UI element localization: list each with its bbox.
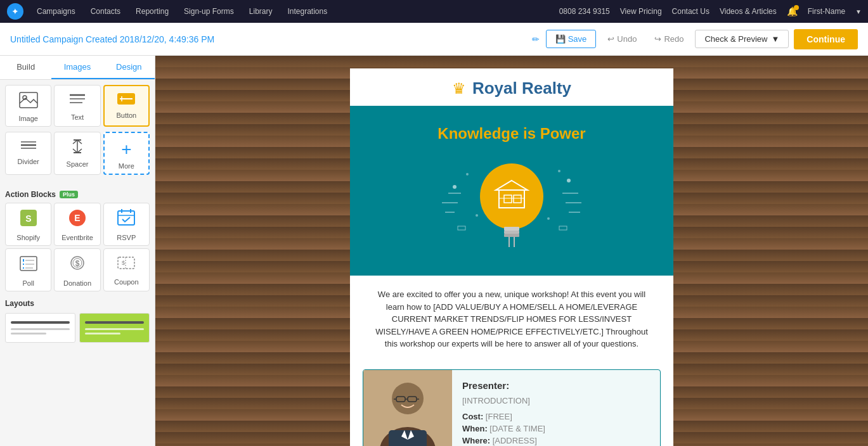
- layout-line: [11, 321, 70, 324]
- svg-rect-56: [504, 231, 519, 234]
- action-shopify[interactable]: S Shopify: [5, 203, 51, 246]
- more-block-icon: +: [121, 139, 131, 160]
- presenter-info: Presenter: [INTRODUCTION] Cost: [FREE] W…: [452, 370, 555, 447]
- layout-line: [85, 328, 144, 330]
- nav-reporting[interactable]: Reporting: [129, 4, 175, 18]
- layout-line: [85, 333, 120, 334]
- nav-integrations[interactable]: Integrations: [281, 4, 334, 18]
- action-eventbrite[interactable]: E Eventbrite: [54, 203, 100, 246]
- svg-rect-48: [559, 226, 567, 230]
- svg-point-40: [476, 214, 478, 217]
- tab-images[interactable]: Images: [51, 56, 103, 79]
- svg-point-36: [466, 173, 469, 175]
- action-poll[interactable]: Poll: [5, 248, 51, 291]
- presenter-label: Presenter:: [462, 380, 545, 391]
- wood-background: ♛ Royal Realty Knowledge is Power: [155, 56, 868, 446]
- undo-button[interactable]: ↩ Undo: [601, 30, 643, 48]
- presenter-intro: [INTRODUCTION]: [462, 396, 545, 405]
- basic-blocks-grid: Image Text: [5, 85, 150, 127]
- action-coupon[interactable]: $ Coupon: [103, 248, 150, 291]
- svg-rect-68: [389, 430, 427, 447]
- action-coupon-label: Coupon: [114, 278, 139, 286]
- save-button[interactable]: 💾 Save: [546, 30, 597, 48]
- continue-button[interactable]: Continue: [794, 29, 858, 49]
- svg-rect-41: [458, 226, 465, 230]
- main-layout: Build Images Design Image: [0, 56, 868, 446]
- crown-icon: ♛: [452, 80, 466, 98]
- coupon-icon: $: [117, 254, 136, 276]
- phone-number: 0808 234 9315: [559, 7, 610, 16]
- svg-text:S: S: [25, 213, 31, 224]
- block-divider-label: Divider: [18, 158, 39, 165]
- edit-title-icon[interactable]: ✏: [532, 34, 540, 44]
- panel-tabs: Build Images Design: [0, 56, 155, 80]
- svg-rect-55: [504, 227, 519, 231]
- save-icon: 💾: [555, 34, 566, 44]
- spacer-block-icon: [69, 139, 86, 158]
- nav-contact-us[interactable]: Contact Us: [672, 7, 709, 16]
- text-block-icon: [68, 92, 86, 111]
- hero-section: Knowledge is Power: [350, 106, 673, 276]
- divider-block-icon: [20, 139, 37, 155]
- action-blocks-grid: S Shopify E Eventbrite: [0, 203, 155, 296]
- rsvp-icon: [117, 208, 136, 231]
- nav-campaigns[interactable]: Campaigns: [30, 4, 82, 18]
- redo-icon: ↪: [654, 34, 661, 44]
- notification-bell-icon[interactable]: 🔔: [787, 6, 798, 16]
- action-eventbrite-label: Eventbrite: [62, 234, 93, 241]
- logo-icon[interactable]: ✦: [6, 3, 24, 20]
- layout-line: [85, 321, 144, 324]
- toolbar-actions: 💾 Save ↩ Undo ↪ Redo Check & Preview ▼ C…: [546, 29, 858, 49]
- svg-text:$: $: [75, 259, 80, 268]
- email-brand: Royal Realty: [472, 79, 571, 98]
- check-preview-button[interactable]: Check & Preview ▼: [695, 30, 789, 48]
- layout-line: [11, 328, 70, 330]
- action-rsvp[interactable]: RSVP: [103, 203, 150, 246]
- email-canvas: ♛ Royal Realty Knowledge is Power: [350, 68, 673, 446]
- block-image[interactable]: Image: [5, 85, 51, 127]
- block-button-label: Button: [116, 112, 136, 119]
- undo-icon: ↩: [607, 34, 614, 44]
- block-divider[interactable]: Divider: [5, 132, 51, 175]
- layouts-title: Layouts: [5, 299, 150, 308]
- presenter-card: Presenter: [INTRODUCTION] Cost: [FREE] W…: [363, 369, 661, 447]
- action-donation[interactable]: $ Donation: [54, 248, 100, 291]
- block-spacer-label: Spacer: [67, 160, 89, 168]
- lightbulb-illustration: [363, 155, 661, 257]
- nav-videos-articles[interactable]: Videos & Articles: [720, 7, 777, 16]
- layout-highlighted[interactable]: [79, 313, 150, 343]
- presenter-where: Where: [ADDRESS]: [462, 436, 545, 445]
- nav-view-pricing[interactable]: View Pricing: [620, 7, 662, 16]
- svg-rect-32: [118, 257, 134, 269]
- layouts-grid: [0, 313, 155, 343]
- basic-blocks-section: Image Text: [0, 80, 155, 185]
- layout-text-only[interactable]: [5, 313, 75, 343]
- user-dropdown-icon[interactable]: ▼: [855, 8, 862, 15]
- action-donation-label: Donation: [63, 279, 91, 287]
- nav-signup-forms[interactable]: Sign-up Forms: [178, 4, 240, 18]
- svg-point-47: [547, 217, 550, 220]
- svg-rect-57: [504, 234, 519, 237]
- email-body-text: We are excited to offer you a new, uniqu…: [350, 276, 673, 363]
- secondary-blocks-grid: Divider Spacer +: [5, 132, 150, 175]
- block-spacer[interactable]: Spacer: [54, 132, 100, 175]
- svg-rect-17: [118, 211, 134, 225]
- svg-text:✦: ✦: [11, 6, 19, 16]
- svg-point-35: [453, 185, 457, 189]
- block-button[interactable]: Button: [103, 85, 150, 127]
- button-block-icon: [117, 92, 136, 109]
- user-menu[interactable]: First-Name: [808, 7, 845, 16]
- nav-library[interactable]: Library: [243, 4, 279, 18]
- svg-point-43: [558, 170, 560, 172]
- image-block-icon: [19, 92, 38, 112]
- eventbrite-icon: E: [68, 208, 87, 231]
- tab-design[interactable]: Design: [103, 56, 155, 79]
- tab-build[interactable]: Build: [0, 56, 51, 79]
- block-text[interactable]: Text: [54, 85, 100, 127]
- hero-power-word: Power: [540, 125, 586, 142]
- redo-button[interactable]: ↪ Redo: [648, 30, 690, 48]
- svg-text:$: $: [122, 260, 125, 266]
- block-more[interactable]: + More: [103, 132, 150, 175]
- nav-contacts[interactable]: Contacts: [84, 4, 127, 18]
- hero-title: Knowledge is Power: [363, 125, 661, 143]
